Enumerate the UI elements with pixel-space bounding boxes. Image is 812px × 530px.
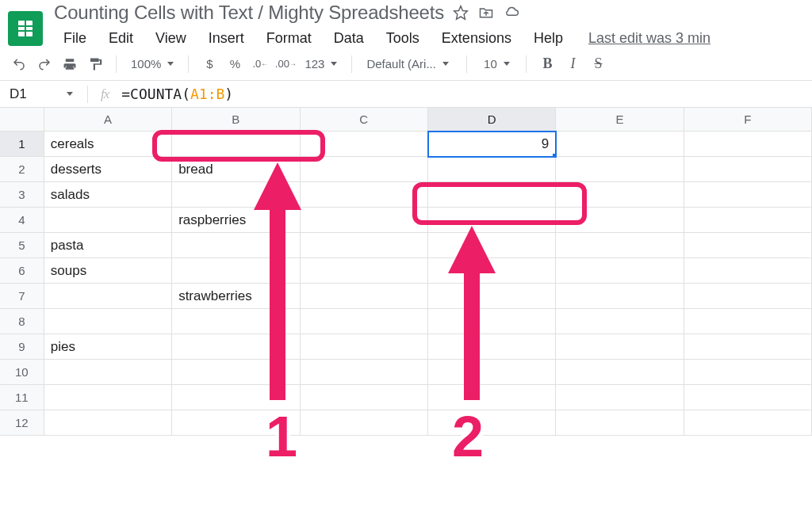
cell-B11[interactable] (172, 385, 300, 410)
cell-E10[interactable] (556, 360, 684, 385)
cell-E3[interactable] (556, 182, 684, 208)
row-header-6[interactable]: 6 (0, 258, 44, 284)
cell-B9[interactable] (172, 334, 300, 360)
cell-A8[interactable] (44, 309, 172, 334)
row-header-9[interactable]: 9 (0, 334, 44, 360)
cell-E4[interactable] (556, 208, 684, 233)
move-to-folder-icon[interactable] (477, 4, 495, 21)
cell-F10[interactable] (684, 360, 812, 385)
cell-D2[interactable] (428, 157, 556, 182)
cell-B2[interactable]: bread (172, 157, 300, 182)
italic-button[interactable]: I (561, 53, 584, 75)
cell-B6[interactable] (172, 258, 300, 284)
last-edit-link[interactable]: Last edit was 3 min (588, 30, 710, 47)
cell-C1[interactable] (301, 132, 428, 157)
cell-F11[interactable] (684, 385, 812, 410)
menu-extensions[interactable]: Extensions (432, 29, 521, 48)
cell-A1[interactable]: cereals (44, 132, 172, 157)
sheets-logo[interactable] (8, 11, 43, 46)
row-header-2[interactable]: 2 (0, 157, 44, 182)
row-header-5[interactable]: 5 (0, 233, 44, 258)
doc-title[interactable]: Counting Cells with Text / Mighty Spread… (54, 2, 444, 24)
cell-C12[interactable] (301, 410, 428, 436)
cell-C6[interactable] (301, 258, 428, 284)
row-header-1[interactable]: 1 (0, 132, 44, 157)
col-header-e[interactable]: E (556, 108, 684, 131)
cell-E8[interactable] (556, 309, 684, 334)
cell-D5[interactable] (428, 233, 556, 258)
cell-F3[interactable] (684, 182, 812, 208)
strikethrough-button[interactable]: S (587, 53, 609, 75)
cell-A4[interactable] (44, 208, 172, 233)
cell-B10[interactable] (172, 360, 300, 385)
undo-button[interactable] (8, 53, 30, 75)
cell-E1[interactable] (556, 132, 684, 157)
select-all-corner[interactable] (0, 108, 44, 131)
spreadsheet-grid[interactable]: A B C D E F 1cereals92dessertsbread3sala… (0, 108, 812, 436)
cell-A10[interactable] (44, 360, 172, 385)
cell-A6[interactable]: soups (44, 258, 172, 284)
row-header-3[interactable]: 3 (0, 182, 44, 208)
cell-B1[interactable] (172, 132, 300, 157)
decrease-decimal-button[interactable]: .0← (249, 53, 271, 75)
cell-A3[interactable]: salads (44, 182, 172, 208)
col-header-c[interactable]: C (301, 108, 428, 131)
cell-D4[interactable] (428, 208, 556, 233)
row-header-8[interactable]: 8 (0, 309, 44, 334)
cell-D8[interactable] (428, 309, 556, 334)
cell-E12[interactable] (556, 410, 684, 436)
menu-edit[interactable]: Edit (99, 29, 143, 48)
cell-E2[interactable] (556, 157, 684, 182)
font-size-dropdown[interactable]: 10 (477, 53, 516, 75)
menu-help[interactable]: Help (524, 29, 573, 48)
cell-B3[interactable] (172, 182, 300, 208)
cell-E9[interactable] (556, 334, 684, 360)
cell-B4[interactable]: raspberries (172, 208, 300, 233)
cell-F6[interactable] (684, 258, 812, 284)
row-header-10[interactable]: 10 (0, 360, 44, 385)
row-header-4[interactable]: 4 (0, 208, 44, 233)
cell-B7[interactable]: strawberries (172, 284, 300, 309)
cell-C4[interactable] (301, 208, 428, 233)
cell-E6[interactable] (556, 258, 684, 284)
zoom-dropdown[interactable]: 100% (126, 53, 178, 75)
menu-tools[interactable]: Tools (377, 29, 429, 48)
format-percent-button[interactable]: % (224, 53, 246, 75)
name-box[interactable]: D1 (3, 86, 81, 102)
menu-format[interactable]: Format (257, 29, 321, 48)
cell-E11[interactable] (556, 385, 684, 410)
cell-F2[interactable] (684, 157, 812, 182)
cell-C3[interactable] (301, 182, 428, 208)
cell-A11[interactable] (44, 385, 172, 410)
cell-C11[interactable] (301, 385, 428, 410)
menu-insert[interactable]: Insert (199, 29, 254, 48)
cell-F12[interactable] (684, 410, 812, 436)
cell-B12[interactable] (172, 410, 300, 436)
redo-button[interactable] (33, 53, 56, 75)
cloud-status-icon[interactable] (503, 4, 520, 21)
row-header-12[interactable]: 12 (0, 410, 44, 436)
cell-A7[interactable] (44, 284, 172, 309)
col-header-a[interactable]: A (44, 108, 172, 131)
cell-E5[interactable] (556, 233, 684, 258)
cell-D6[interactable] (428, 258, 556, 284)
cell-D12[interactable] (428, 410, 556, 436)
paint-format-button[interactable] (84, 53, 106, 75)
cell-C10[interactable] (301, 360, 428, 385)
cell-D9[interactable] (428, 334, 556, 360)
col-header-b[interactable]: B (172, 108, 300, 131)
cell-F4[interactable] (684, 208, 812, 233)
cell-C2[interactable] (301, 157, 428, 182)
increase-decimal-button[interactable]: .00→ (274, 53, 297, 75)
menu-file[interactable]: File (54, 29, 96, 48)
cell-D3[interactable] (428, 182, 556, 208)
more-formats-dropdown[interactable]: 123 (300, 53, 342, 75)
cell-F8[interactable] (684, 309, 812, 334)
col-header-d[interactable]: D (428, 108, 556, 131)
cell-F1[interactable] (684, 132, 812, 157)
star-icon[interactable] (452, 4, 469, 21)
formula-input[interactable]: =COUNTA(A1:B) (121, 84, 809, 104)
cell-F7[interactable] (684, 284, 812, 309)
cell-C8[interactable] (301, 309, 428, 334)
format-currency-button[interactable]: $ (198, 53, 220, 75)
